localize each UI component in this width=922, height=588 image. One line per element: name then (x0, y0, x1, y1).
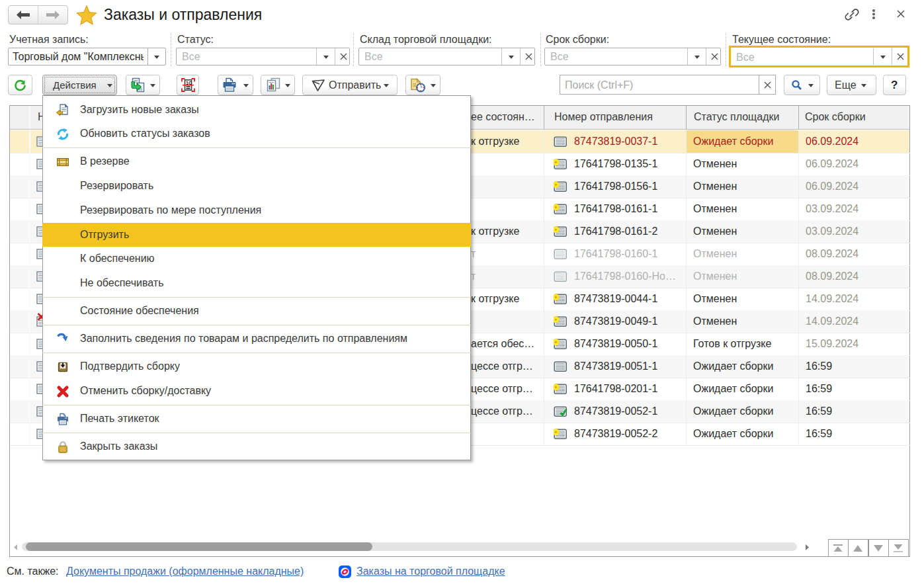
svg-text:1С: 1С (186, 81, 192, 85)
